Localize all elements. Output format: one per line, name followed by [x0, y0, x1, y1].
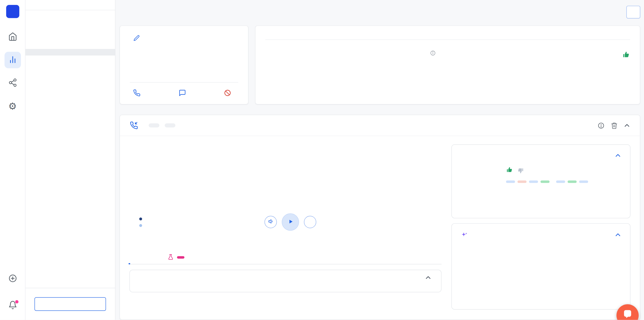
app: ⚙	[0, 0, 644, 320]
person-details	[130, 35, 140, 47]
sidebar-item-text-log[interactable]	[26, 91, 115, 97]
insights-collapse-chevron-icon[interactable]	[615, 232, 621, 238]
call-card	[120, 115, 640, 320]
plus-circle-icon	[8, 273, 17, 284]
thumbs-up-icon	[622, 51, 630, 59]
review-lead-qual-label	[461, 165, 506, 166]
person-actions	[130, 82, 238, 104]
main-content	[116, 0, 644, 320]
generated-insights-panel	[451, 223, 630, 310]
info-icon[interactable]	[430, 50, 436, 56]
home-icon	[8, 32, 17, 42]
nav-home[interactable]	[4, 29, 21, 45]
tag-booked	[540, 181, 550, 183]
nav-settings[interactable]: ⚙	[4, 98, 21, 114]
sidebar	[26, 0, 116, 320]
sidebar-item-lead-attribution[interactable]	[26, 21, 115, 27]
person-summary	[130, 35, 238, 47]
agent-bullet-icon	[139, 217, 142, 220]
value-label	[461, 189, 506, 190]
sparkle-icon	[461, 231, 468, 238]
tag-qualified-lead	[579, 181, 588, 183]
rail-nav: ⚙	[4, 29, 21, 114]
waveform-agent-bars	[140, 161, 432, 182]
review-call-panel	[451, 144, 630, 218]
rail-bottom	[4, 270, 21, 313]
call-tabs	[130, 250, 442, 264]
thumbs-down-button[interactable]	[517, 167, 524, 174]
inbound-call-icon	[130, 121, 138, 129]
nav-integrations[interactable]	[4, 75, 21, 91]
sidebar-item-unanswered-calls[interactable]	[26, 62, 115, 69]
block-icon	[224, 89, 231, 98]
avatar[interactable]	[6, 5, 19, 18]
sidebar-item-timeline[interactable]	[26, 49, 115, 56]
action-plan-chevron-icon[interactable]	[425, 275, 431, 281]
player-controls	[264, 213, 316, 231]
sidebar-item-call-highlights[interactable]	[26, 75, 115, 82]
trash-icon[interactable]	[611, 122, 618, 129]
action-plan-preview	[130, 285, 441, 292]
call-source-pill[interactable]	[149, 123, 159, 127]
alpha-flag	[167, 254, 184, 260]
text-button[interactable]	[178, 89, 190, 98]
call-header	[120, 115, 640, 136]
notes-label	[461, 203, 506, 203]
left-rail: ⚙	[0, 0, 26, 320]
review-collapse-chevron-icon[interactable]	[615, 153, 621, 159]
playback-speed-button[interactable]	[304, 216, 316, 228]
sidebar-item-leads[interactable]	[26, 27, 115, 34]
call-body	[120, 136, 640, 319]
thumbs-up-button[interactable]	[506, 166, 513, 173]
tag-quote-request	[568, 181, 577, 183]
lead-creation-column	[428, 47, 577, 60]
lead-journey-title	[265, 34, 630, 40]
sidebar-item-call-log[interactable]	[26, 42, 115, 49]
bar-chart-icon	[8, 55, 17, 65]
action-plan-header[interactable]	[130, 270, 441, 285]
share-nodes-icon	[8, 78, 17, 88]
waveform[interactable]	[140, 161, 432, 204]
player-row	[130, 213, 442, 231]
notification-dot	[15, 300, 18, 303]
waveform-customer-bars	[140, 185, 432, 204]
sidebar-item-key-terms-spotted[interactable]	[26, 69, 115, 75]
alpha-badge	[177, 256, 184, 258]
total-interactions	[190, 35, 238, 47]
call-right-column	[451, 144, 630, 310]
talk-ratio-legend	[139, 213, 265, 230]
sidebar-title	[26, 0, 115, 10]
gear-icon: ⚙	[8, 101, 17, 111]
tag-new-customer	[556, 181, 565, 183]
message-icon	[178, 89, 186, 98]
block-button[interactable]	[224, 89, 235, 98]
add-button[interactable]	[4, 270, 21, 287]
call-button[interactable]	[133, 89, 144, 98]
new-report-button[interactable]	[34, 297, 106, 311]
tag-appointment-request	[529, 181, 538, 183]
lead-journey-body	[265, 40, 630, 60]
volume-button[interactable]	[264, 216, 277, 228]
sidebar-item-calls-by-number[interactable]	[26, 56, 115, 62]
lead-journey-card	[255, 26, 640, 105]
notifications-button[interactable]	[4, 297, 21, 313]
call-time-pill[interactable]	[164, 123, 175, 127]
edit-pencil-icon[interactable]	[134, 35, 140, 41]
tags-list	[506, 181, 621, 183]
first-touch-column	[265, 47, 428, 60]
alert-circle-icon[interactable]	[598, 122, 604, 129]
tag-customer-conversion	[518, 181, 526, 183]
chat-icon	[622, 309, 633, 320]
bell-icon	[8, 300, 17, 310]
phone-icon	[133, 89, 140, 98]
page-header	[120, 6, 640, 19]
action-plan-panel	[130, 270, 442, 292]
nav-reports[interactable]	[4, 52, 21, 68]
collapse-call-chevron-icon[interactable]	[624, 122, 630, 128]
customer-bullet-icon	[139, 224, 142, 227]
anonymize-person-button[interactable]	[626, 6, 640, 19]
lead-qualification-column	[577, 47, 630, 60]
sidebar-footer	[26, 288, 115, 320]
top-cards	[120, 26, 640, 105]
play-button[interactable]	[282, 213, 299, 231]
